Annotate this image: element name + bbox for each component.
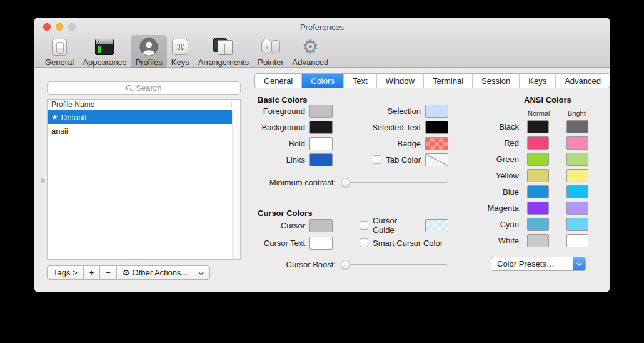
foreground-color-well[interactable] xyxy=(309,105,333,118)
ansi-bright-header: Bright xyxy=(568,110,586,117)
arrangements-icon xyxy=(213,37,233,57)
other-actions-dropdown[interactable]: ⚙ Other Actions… xyxy=(116,265,210,280)
profile-tab-bar: General Colors Text Window Terminal Sess… xyxy=(254,73,610,88)
splitter-handle-dot[interactable] xyxy=(41,178,45,183)
window-header: Preferences General Appearance Profile xyxy=(34,18,610,68)
yellow-bright-well[interactable] xyxy=(566,169,588,182)
tab-colors[interactable]: Colors xyxy=(301,74,343,88)
toolbar-item-arrangements[interactable]: Arrangements xyxy=(194,35,254,68)
cursor-color-well[interactable] xyxy=(309,219,333,232)
cursor-boost-label: Cursor Boost: xyxy=(263,260,336,269)
tab-window[interactable]: Window xyxy=(376,74,423,88)
tab-advanced[interactable]: Advanced xyxy=(555,74,610,88)
selection-color-well[interactable] xyxy=(425,105,448,118)
profile-name: Default xyxy=(61,113,87,122)
basic-colors-right-column: Selection Selected Text Badge Tab Color xyxy=(347,103,448,168)
ansi-row-red: Red xyxy=(472,135,588,151)
white-bright-well[interactable] xyxy=(566,234,588,247)
default-star-icon: ★ xyxy=(51,113,58,121)
foreground-row: Foreground xyxy=(241,103,333,119)
smart-cursor-color-checkbox[interactable] xyxy=(360,238,368,247)
cursor-boost-slider[interactable] xyxy=(341,260,447,269)
ansi-row-yellow: Yellow xyxy=(472,167,588,183)
tab-color-well[interactable] xyxy=(425,153,448,166)
toolbar-item-profiles[interactable]: Profiles xyxy=(131,35,166,68)
profile-list-scrollbar[interactable] xyxy=(232,111,240,259)
keys-icon: ⌘ xyxy=(172,37,188,57)
cyan-bright-well[interactable] xyxy=(566,218,588,231)
tags-button[interactable]: Tags > xyxy=(47,265,84,280)
preferences-window: Preferences General Appearance Profile xyxy=(34,18,610,292)
selection-row: Selection xyxy=(347,103,448,119)
toolbar: General Appearance Profiles ⌘ Keys xyxy=(41,35,333,68)
toolbar-item-pointer[interactable]: Pointer xyxy=(253,35,288,68)
magenta-bright-well[interactable] xyxy=(566,202,588,215)
search-input[interactable]: Search xyxy=(47,81,241,95)
tab-keys[interactable]: Keys xyxy=(519,74,555,88)
toolbar-item-keys[interactable]: ⌘ Keys xyxy=(167,35,194,68)
selected-text-color-well[interactable] xyxy=(425,121,448,134)
blue-bright-well[interactable] xyxy=(566,185,588,198)
green-normal-well[interactable] xyxy=(527,153,549,166)
remove-profile-button[interactable]: − xyxy=(99,265,117,280)
tab-general[interactable]: General xyxy=(255,74,301,88)
window-title: Preferences xyxy=(34,23,610,32)
basic-colors-left-column: Foreground Background Bold Links xyxy=(241,103,333,168)
cursor-text-color-well[interactable] xyxy=(309,237,333,250)
black-bright-well[interactable] xyxy=(566,120,588,133)
yellow-normal-well[interactable] xyxy=(527,169,549,182)
cursor-boost-knob[interactable] xyxy=(341,260,350,269)
gear-icon: ⚙ xyxy=(123,268,130,277)
tab-color-checkbox[interactable] xyxy=(373,155,381,164)
cyan-normal-well[interactable] xyxy=(527,218,549,231)
appearance-icon xyxy=(95,37,114,57)
links-row: Links xyxy=(241,151,333,168)
smart-cursor-color-row: Smart Cursor Color xyxy=(347,234,448,252)
bold-color-well[interactable] xyxy=(309,137,333,150)
toolbar-item-appearance[interactable]: Appearance xyxy=(78,35,131,68)
ansi-row-magenta: Magenta xyxy=(472,200,588,216)
ansi-row-black: Black xyxy=(472,118,588,135)
profile-name: ansii xyxy=(51,126,68,136)
blue-normal-well[interactable] xyxy=(527,185,549,198)
red-bright-well[interactable] xyxy=(566,136,588,150)
tab-terminal[interactable]: Terminal xyxy=(423,74,472,88)
toolbar-item-general[interactable]: General xyxy=(41,35,78,68)
ansi-row-blue: Blue xyxy=(472,183,588,200)
profile-row-default[interactable]: ★ Default xyxy=(48,110,232,124)
ansi-colors-title: ANSI Colors xyxy=(524,95,571,105)
selected-text-row: Selected Text xyxy=(347,119,448,135)
search-placeholder: Search xyxy=(136,83,161,93)
profile-actions-bar: Tags > + − ⚙ Other Actions… xyxy=(47,265,210,280)
tab-session[interactable]: Session xyxy=(472,74,519,88)
cursor-boost-row: Cursor Boost: xyxy=(263,260,447,269)
profile-row-ansii[interactable]: ansii xyxy=(48,124,232,138)
tab-text[interactable]: Text xyxy=(343,74,376,88)
links-color-well[interactable] xyxy=(309,153,333,166)
color-presets-dropdown[interactable]: Color Presets… xyxy=(491,257,586,271)
cursor-colors-right-column: Cursor Guide Smart Cursor Color xyxy=(347,217,448,252)
advanced-gear-icon: ⚙ xyxy=(302,37,319,57)
cursor-guide-color-well[interactable] xyxy=(425,219,448,232)
profiles-icon xyxy=(139,37,158,57)
magenta-normal-well[interactable] xyxy=(527,202,549,215)
white-normal-well[interactable] xyxy=(527,234,549,247)
background-color-well[interactable] xyxy=(309,121,333,134)
minimum-contrast-knob[interactable] xyxy=(341,178,350,187)
red-normal-well[interactable] xyxy=(527,136,549,150)
green-bright-well[interactable] xyxy=(566,153,588,166)
pointer-icon xyxy=(261,37,280,57)
profile-list-header[interactable]: Profile Name xyxy=(48,100,240,110)
ansi-row-cyan: Cyan xyxy=(472,216,588,232)
chevron-down-icon xyxy=(573,257,585,270)
add-profile-button[interactable]: + xyxy=(83,265,101,280)
badge-row: Badge xyxy=(347,135,448,151)
cursor-text-row: Cursor Text xyxy=(247,234,333,252)
minimum-contrast-slider[interactable] xyxy=(341,178,447,187)
badge-color-well[interactable] xyxy=(425,137,448,150)
ansi-row-green: Green xyxy=(472,151,588,167)
ansi-row-white: White xyxy=(472,232,588,248)
toolbar-item-advanced[interactable]: ⚙ Advanced xyxy=(288,35,333,68)
black-normal-well[interactable] xyxy=(527,120,549,133)
cursor-guide-checkbox[interactable] xyxy=(360,221,368,230)
